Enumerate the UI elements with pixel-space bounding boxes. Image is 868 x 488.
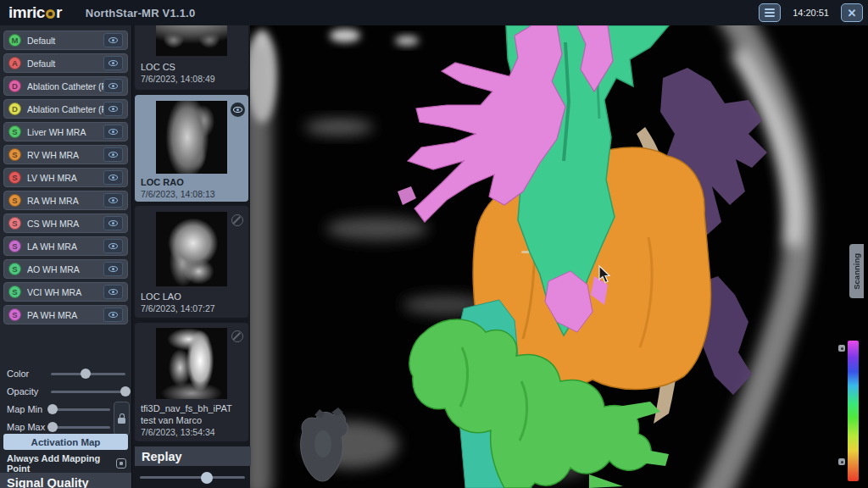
eye-icon [108,289,118,295]
visibility-toggle-button[interactable] [103,193,123,208]
sidebar-item-label: Default [27,58,103,69]
series-name: tfi3D_nav_fs_bh_iPAT test van Marco [141,402,244,426]
slider-label: Opacity [7,386,51,396]
structure-badge: S [8,286,21,298]
replay-title: Replay [142,450,182,463]
sidebar-item-vci-wh-mra[interactable]: S VCI WH MRA [3,282,128,302]
thumbnail-image [156,25,227,56]
replay-slider-handle[interactable] [201,472,213,484]
eye-icon [108,266,118,272]
heart-segmentation-render [250,25,868,488]
series-date: 7/6/2023, 14:08:49 [141,74,215,84]
sidebar-item-pa-wh-mra[interactable]: S PA WH MRA [3,305,128,324]
series-card-loc-cs[interactable]: LOC CS 7/6/2023, 14:08:49 [135,25,248,90]
sidebar-item-default-a[interactable]: A Default [3,53,128,73]
series-name: LOC CS [141,61,175,73]
eye-icon [108,312,118,318]
menu-icon [765,8,775,10]
visibility-toggle-button[interactable] [103,285,123,299]
visibility-toggle-button[interactable] [103,262,123,276]
structure-badge: S [8,240,21,252]
close-button[interactable]: ✕ [841,3,863,22]
structure-badge: S [8,148,21,161]
visibility-toggle-button[interactable] [103,33,123,47]
opacity-slider-handle[interactable] [120,386,131,396]
series-date: 7/6/2023, 13:54:34 [141,427,215,437]
structure-badge: A [8,57,21,69]
sidebar-item-ablation-catheter-p2[interactable]: D Ablation Catheter (P2) [3,99,128,119]
hidden-eye-button[interactable] [231,330,243,342]
thumbnail-image [156,212,227,286]
visibility-toggle-button[interactable] [103,147,123,162]
series-card-loc-rao[interactable]: LOC RAO 7/6/2023, 14:08:13 [135,95,248,202]
structure-badge: D [8,80,21,92]
visibility-toggle-button[interactable] [103,239,123,253]
top-bar: imric r NorthStar-MR V1.1.0 14:20:51 ✕ [0,0,868,25]
always-add-mapping-point-label: Always Add Mapping Point [7,453,116,474]
structure-badge: S [8,125,21,138]
eye-icon [108,152,118,158]
lock-icon [118,418,125,424]
sidebar-item-ao-wh-mra[interactable]: S AO WH MRA [3,259,128,279]
visibility-toggle-button[interactable] [103,216,123,230]
sidebar-item-label: RA WH MRA [27,196,103,206]
replay-slider-track[interactable] [140,476,245,479]
series-card-loc-lao[interactable]: LOC LAO 7/6/2023, 14:07:27 [135,206,248,318]
logo-text-right: r [56,3,62,22]
map-min-slider: Map Min [7,403,110,415]
clock: 14:20:51 [793,8,829,18]
visibility-toggle-button[interactable] [103,308,123,322]
sidebar-item-label: Ablation Catheter (P1) [27,81,103,92]
visibility-toggle-button[interactable] [103,56,123,70]
color-slider-track[interactable] [51,373,125,375]
sidebar-item-label: PA WH MRA [27,310,103,320]
map-max-slider-track[interactable] [51,426,110,429]
slider-label: Map Max [7,422,51,432]
sidebar-item-rv-wh-mra[interactable]: S RV WH MRA [3,145,128,164]
visibility-toggle-button[interactable] [103,102,123,116]
hidden-eye-button[interactable] [231,214,243,226]
visibility-toggle-button[interactable] [103,79,123,93]
colorbar-min-handle[interactable] [838,458,845,465]
opacity-slider-track[interactable] [51,391,125,393]
sidebar-item-label: RV WH MRA [27,150,103,160]
close-icon: ✕ [848,8,857,19]
sidebar-item-lv-wh-mra[interactable]: S LV WH MRA [3,168,128,187]
visible-eye-button[interactable] [231,103,245,117]
menu-button[interactable] [759,3,781,22]
map-min-slider-track[interactable] [51,408,110,411]
colorbar-max-handle[interactable] [838,345,845,352]
visibility-toggle-button[interactable] [103,170,123,185]
series-card-tfi3d[interactable]: tfi3D_nav_fs_bh_iPAT test van Marco 7/6/… [135,323,248,441]
sidebar-item-liver-wh-mra[interactable]: S Liver WH MRA [3,122,128,141]
eye-icon [233,107,242,113]
scanning-status-tab: Scanning [849,244,864,298]
sidebar-item-la-wh-mra[interactable]: S LA WH MRA [3,236,128,256]
eye-icon [108,175,118,180]
sidebar-item-label: LV WH MRA [27,173,103,183]
always-add-mapping-point-checkbox[interactable] [116,458,126,469]
sidebar-item-cs-wh-mra[interactable]: S CS WH MRA [3,214,128,233]
sidebar-item-ablation-catheter-p1[interactable]: D Ablation Catheter (P1) [3,76,128,96]
sidebar-item-ra-wh-mra[interactable]: S RA WH MRA [3,191,128,210]
series-name: LOC RAO [141,176,184,188]
eye-icon [108,197,118,203]
app-title: NorthStar-MR V1.1.0 [86,7,196,19]
color-slider: Color [7,368,125,380]
eye-icon [108,220,118,226]
map-min-slider-handle[interactable] [47,404,58,414]
color-scale-bar[interactable] [848,341,859,481]
map-max-slider-handle[interactable] [47,422,58,432]
structure-badge: S [8,194,21,207]
sidebar-item-label: Default [27,36,103,46]
visibility-toggle-button[interactable] [103,125,123,139]
sidebar-item-default-m[interactable]: M Default [3,30,128,50]
activation-map-button[interactable]: Activation Map [3,434,128,450]
sidebar-item-label: CS WH MRA [27,219,103,229]
eye-icon [108,106,118,112]
map-range-lock-button[interactable] [114,402,130,435]
3d-viewport[interactable]: Scanning [250,25,868,488]
eye-icon [108,60,118,66]
color-slider-handle[interactable] [81,369,91,379]
sidebar-item-label: Liver WH MRA [27,127,103,137]
